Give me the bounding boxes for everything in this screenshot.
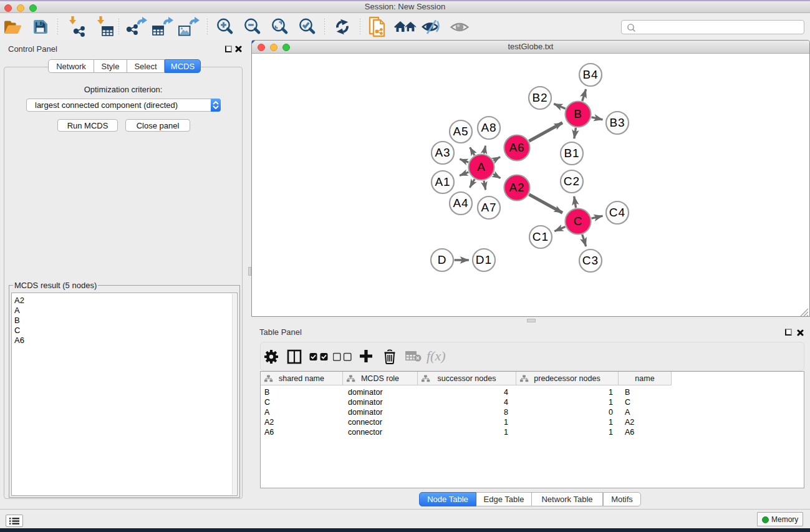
svg-text:B3: B3	[609, 116, 625, 129]
svg-text:A7: A7	[481, 201, 496, 214]
svg-text:C1: C1	[533, 230, 549, 243]
svg-text:A3: A3	[435, 146, 450, 159]
svg-text:C2: C2	[564, 175, 580, 188]
svg-text:C4: C4	[609, 206, 625, 219]
svg-text:B1: B1	[564, 147, 579, 160]
svg-text:A6: A6	[509, 141, 524, 154]
svg-text:A8: A8	[481, 121, 496, 134]
svg-text:A1: A1	[435, 175, 450, 188]
svg-text:C3: C3	[582, 254, 599, 267]
svg-text:B4: B4	[582, 68, 598, 81]
svg-text:A5: A5	[453, 125, 468, 138]
svg-text:A4: A4	[453, 196, 468, 210]
svg-text:A2: A2	[509, 181, 524, 194]
svg-text:B2: B2	[532, 91, 547, 104]
svg-text:C: C	[574, 215, 583, 228]
svg-text:D: D	[438, 253, 447, 266]
svg-text:B: B	[574, 107, 582, 120]
svg-text:D1: D1	[476, 253, 492, 266]
svg-text:A: A	[477, 160, 486, 173]
